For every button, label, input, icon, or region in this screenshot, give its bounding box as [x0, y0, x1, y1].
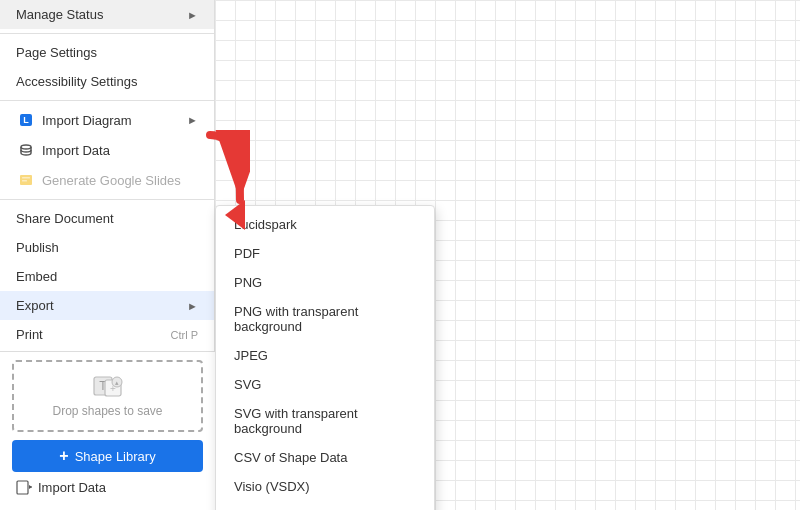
- manage-status-label: Manage Status: [16, 7, 103, 22]
- divider-1: [0, 33, 214, 34]
- submenu-visio-vsdx[interactable]: Visio (VSDX): [216, 472, 434, 501]
- submenu-png[interactable]: PNG: [216, 268, 434, 297]
- menu-item-import-diagram[interactable]: L Import Diagram ►: [0, 105, 214, 135]
- export-label: Export: [16, 298, 54, 313]
- import-data-icon: [16, 479, 32, 495]
- divider-3: [0, 199, 214, 200]
- shape-library-button[interactable]: + Shape Library: [12, 440, 203, 472]
- plus-icon: +: [59, 447, 68, 465]
- svg-transparent-label: SVG with transparent background: [234, 406, 358, 436]
- shape-library-label: Shape Library: [75, 449, 156, 464]
- jpeg-label: JPEG: [234, 348, 268, 363]
- import-data-bottom-label: Import Data: [38, 480, 106, 495]
- menu-item-export[interactable]: Export ►: [0, 291, 214, 320]
- svg-rect-18: [17, 481, 28, 494]
- drop-shapes-box: T + ▴ Drop shapes to save: [12, 360, 203, 432]
- svg-marker-20: [29, 485, 32, 489]
- export-submenu: Lucidspark PDF PNG PNG with transparent …: [215, 205, 435, 510]
- submenu-visio-2010[interactable]: Visio 2010 (VDX): [216, 501, 434, 510]
- menu-item-generate-google-slides: Generate Google Slides: [0, 165, 214, 195]
- svg-rect-5: [22, 180, 27, 182]
- menu-item-print[interactable]: Print Ctrl P: [0, 320, 214, 349]
- arrow-right-icon: ►: [187, 9, 198, 21]
- menu-item-publish[interactable]: Publish: [0, 233, 214, 262]
- svg-label: SVG: [234, 377, 261, 392]
- submenu-svg-transparent[interactable]: SVG with transparent background: [216, 399, 434, 443]
- menu-item-manage-status[interactable]: Manage Status ►: [0, 0, 214, 29]
- divider-2: [0, 100, 214, 101]
- submenu-png-transparent[interactable]: PNG with transparent background: [216, 297, 434, 341]
- import-diagram-label: Import Diagram: [42, 113, 132, 128]
- menu-item-import-data[interactable]: Import Data: [0, 135, 214, 165]
- print-label: Print: [16, 327, 43, 342]
- png-label: PNG: [234, 275, 262, 290]
- arrow-right-icon-import: ►: [187, 114, 198, 126]
- print-shortcut: Ctrl P: [171, 329, 199, 341]
- page-settings-label: Page Settings: [16, 45, 97, 60]
- svg-text:▴: ▴: [115, 379, 119, 386]
- lucidspark-label: Lucidspark: [234, 217, 297, 232]
- accessibility-settings-label: Accessibility Settings: [16, 74, 137, 89]
- import-data-label: Import Data: [42, 143, 110, 158]
- sidebar: Manage Status ► Page Settings Accessibil…: [0, 0, 215, 510]
- submenu-jpeg[interactable]: JPEG: [216, 341, 434, 370]
- submenu-csv-shape-data[interactable]: CSV of Shape Data: [216, 443, 434, 472]
- publish-label: Publish: [16, 240, 59, 255]
- svg-rect-4: [22, 177, 30, 179]
- drop-shapes-icon: T + ▴: [93, 374, 123, 398]
- db-icon: [16, 142, 36, 158]
- menu-item-embed[interactable]: Embed: [0, 262, 214, 291]
- csv-shape-data-label: CSV of Shape Data: [234, 450, 347, 465]
- svg-text:L: L: [23, 115, 29, 125]
- arrow-right-icon-export: ►: [187, 300, 198, 312]
- drop-shapes-label: Drop shapes to save: [52, 404, 162, 418]
- visio-vsdx-label: Visio (VSDX): [234, 479, 310, 494]
- share-document-label: Share Document: [16, 211, 114, 226]
- png-transparent-label: PNG with transparent background: [234, 304, 358, 334]
- submenu-lucidspark[interactable]: Lucidspark: [216, 210, 434, 239]
- lucid-icon: L: [16, 112, 36, 128]
- pdf-label: PDF: [234, 246, 260, 261]
- bottom-panel: T + ▴ Drop shapes to save + Shape Librar…: [0, 351, 215, 510]
- slides-icon: [16, 172, 36, 188]
- submenu-svg[interactable]: SVG: [216, 370, 434, 399]
- svg-point-2: [21, 145, 31, 149]
- menu-item-accessibility-settings[interactable]: Accessibility Settings: [0, 67, 214, 96]
- menu-item-page-settings[interactable]: Page Settings: [0, 38, 214, 67]
- generate-google-slides-label: Generate Google Slides: [42, 173, 181, 188]
- embed-label: Embed: [16, 269, 57, 284]
- submenu-pdf[interactable]: PDF: [216, 239, 434, 268]
- import-data-bottom-row[interactable]: Import Data: [12, 472, 203, 502]
- menu-item-share-document[interactable]: Share Document: [0, 204, 214, 233]
